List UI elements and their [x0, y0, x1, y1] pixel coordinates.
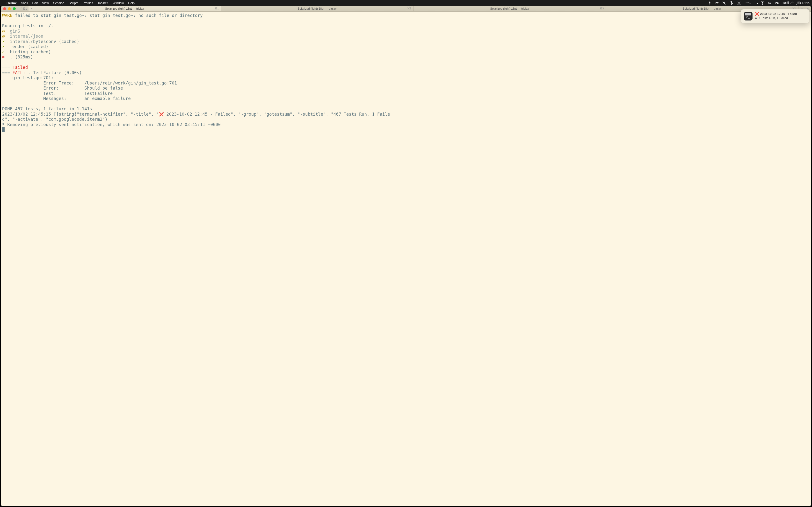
term-l19c: 2023-10-02 12:45 - Failed", "-group", "g…: [164, 112, 390, 117]
term-l2: Running tests in ./.: [2, 23, 54, 28]
menu-toolbelt[interactable]: Toolbelt: [95, 1, 110, 5]
svg-rect-15: [775, 3, 778, 4]
term-l14: Error: Should be false: [2, 86, 123, 91]
window-traffic-lights: [1, 6, 18, 11]
iterm2-tabbar: ⌃⌘1 × Solarized (light) 18pt — triglav ⌘…: [1, 6, 811, 12]
notification-title-text: 2023-10-02 12:45 - Failed: [760, 12, 797, 16]
term-l7: binding (cached): [5, 50, 51, 54]
term-l15: Test: TestFailure: [2, 91, 113, 96]
menu-view[interactable]: View: [40, 1, 51, 5]
svg-point-16: [777, 3, 778, 4]
term-l10-pre: ===: [2, 65, 12, 70]
tab-2-title: Solarized (light) 18pt — triglav: [298, 7, 337, 10]
menu-profiles[interactable]: Profiles: [81, 1, 95, 5]
system-notification[interactable]: >_ ❌ 2023-10-02 12:45 - Failed 467 Tests…: [741, 9, 810, 23]
term-l6-sym: ✓: [2, 44, 5, 49]
volume-muted-icon[interactable]: [722, 1, 726, 5]
menu-shell[interactable]: Shell: [19, 1, 30, 5]
notification-app-icon-glyph: >_: [747, 15, 750, 18]
window-minimize-button[interactable]: [8, 7, 11, 10]
notification-x-icon: ❌: [755, 12, 759, 16]
term-l8-sym: ✖: [2, 55, 5, 59]
brightness-icon[interactable]: [708, 1, 712, 5]
window-zoom-button[interactable]: [13, 7, 16, 10]
svg-point-12: [762, 2, 763, 3]
term-l5-sym: ✓: [2, 39, 5, 44]
term-l3-sym: ∅: [2, 29, 5, 34]
svg-rect-13: [775, 2, 778, 3]
term-l16: Messages: an exmaple failure: [2, 96, 131, 101]
tab-1[interactable]: × Solarized (light) 18pt — triglav ⌘1: [29, 6, 221, 11]
svg-point-0: [709, 2, 710, 3]
term-l5: internal/bytesconv (cached): [5, 39, 79, 44]
term-l18: DONE 467 tests, 1 failure in 1.141s: [2, 107, 92, 111]
term-l3: ginS: [5, 29, 20, 34]
term-l19a: 2023/10/02 12:45:15 []string{"terminal-n…: [2, 112, 159, 117]
menu-app-name[interactable]: iTerm2: [4, 1, 19, 5]
term-l12: gin_test.go:701:: [2, 75, 54, 80]
notification-app-icon: >_: [744, 12, 753, 20]
user-icon[interactable]: [761, 1, 764, 5]
svg-point-9: [716, 2, 718, 3]
tab-close-icon[interactable]: ×: [31, 7, 33, 10]
bluetooth-icon[interactable]: [729, 1, 733, 5]
terminal-content[interactable]: WARN failed to stat gin_test.go~: stat g…: [1, 12, 811, 506]
term-l4: internal/json: [5, 34, 44, 39]
tab-4-title: Solarized (light) 18pt — triglav: [683, 7, 722, 10]
term-l8: . (325ms): [5, 55, 33, 59]
tab-3[interactable]: Solarized (light) 18pt — triglav ⌘3: [413, 6, 606, 11]
input-source-indicator[interactable]: A: [737, 1, 742, 5]
iterm2-window: ⌃⌘1 × Solarized (light) 18pt — triglav ⌘…: [1, 6, 811, 506]
tab-1-title: Solarized (light) 18pt — triglav: [105, 7, 144, 10]
menu-session[interactable]: Session: [51, 1, 66, 5]
term-l11-rest: . TestFailure (0.00s): [26, 70, 82, 75]
link-icon[interactable]: [768, 1, 772, 5]
terminal-cursor: [2, 127, 5, 132]
notification-title: ❌ 2023-10-02 12:45 - Failed: [755, 12, 806, 16]
term-l19-emoji: ❌: [159, 112, 164, 117]
term-l21: * Removing previously sent notification,…: [2, 122, 221, 127]
notification-subtitle: 467 Tests Run, 1 Failed: [755, 16, 806, 20]
menubar-right: A 62% 10월 2일 (월) 12:45: [708, 1, 810, 5]
menu-scripts[interactable]: Scripts: [66, 1, 81, 5]
battery-percent: 62%: [745, 1, 751, 5]
tab-2-shortcut: ⌘2: [407, 7, 411, 10]
tab-3-shortcut: ⌘3: [600, 7, 604, 10]
term-l0: failed to stat gin_test.go~: stat gin_te…: [12, 13, 203, 18]
term-l11-pre: ===: [2, 70, 12, 75]
menu-help[interactable]: Help: [126, 1, 137, 5]
tabbar-window-shortcut: ⌃⌘1: [18, 6, 29, 11]
svg-point-14: [776, 2, 777, 3]
battery-icon: [752, 2, 757, 4]
menubar-left: iTerm2 Shell Edit View Session Scripts P…: [2, 1, 137, 5]
notification-body: ❌ 2023-10-02 12:45 - Failed 467 Tests Ru…: [755, 12, 806, 20]
term-l13: Error Trace: /Users/rein/work/gin/gin_te…: [2, 80, 177, 86]
term-l11-fail: FAIL:: [12, 70, 26, 75]
coffee-icon[interactable]: [715, 1, 719, 5]
menu-edit[interactable]: Edit: [30, 1, 40, 5]
term-l7-sym: ✓: [2, 50, 5, 54]
clock[interactable]: 10월 2일 (월) 12:45: [782, 1, 810, 5]
battery-indicator[interactable]: 62%: [745, 1, 757, 5]
tab-2[interactable]: Solarized (light) 18pt — triglav ⌘2: [221, 6, 413, 11]
tabs-container: × Solarized (light) 18pt — triglav ⌘1 So…: [29, 6, 799, 11]
term-l6: render (cached): [5, 44, 49, 49]
tab-3-title: Solarized (light) 18pt — triglav: [490, 7, 529, 10]
term-l10-fail: Failed: [12, 65, 28, 70]
menu-window[interactable]: Window: [110, 1, 126, 5]
window-close-button[interactable]: [3, 7, 6, 10]
tab-1-shortcut: ⌘1: [215, 7, 219, 10]
control-center-icon[interactable]: [775, 1, 779, 5]
macos-menubar: iTerm2 Shell Edit View Session Scripts P…: [0, 0, 812, 6]
term-l20: d", "-activate", "com.googlecode.iterm2"…: [2, 117, 108, 122]
term-warn: WARN: [2, 13, 12, 18]
term-l4-sym: ∅: [2, 34, 5, 39]
